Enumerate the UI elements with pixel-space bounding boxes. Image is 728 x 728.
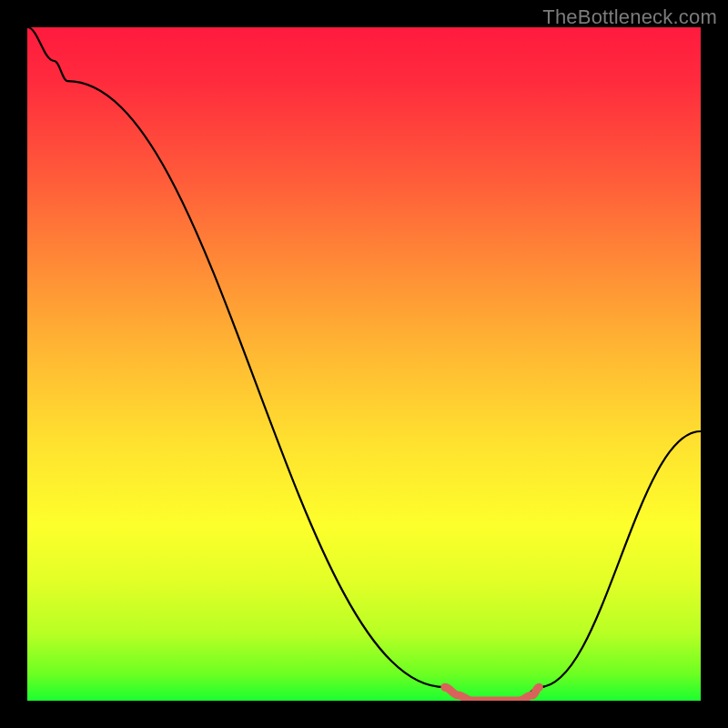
watermark-text: TheBottleneck.com [542,5,717,29]
bottleneck-curve [27,27,701,701]
chart-svg [27,27,701,701]
plot-area [27,27,701,701]
optimal-range-highlight [445,687,540,701]
chart-frame: TheBottleneck.com [0,0,728,728]
